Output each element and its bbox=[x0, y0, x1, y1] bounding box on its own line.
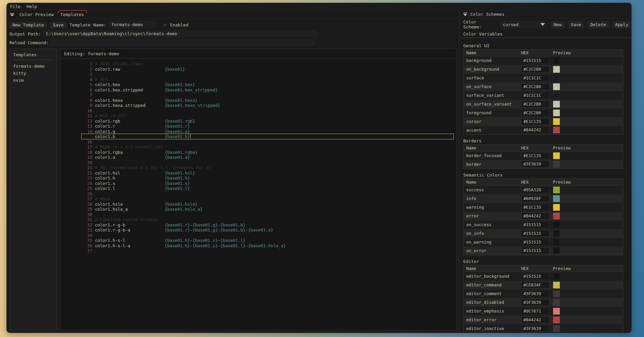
color-swatch[interactable] bbox=[553, 230, 560, 237]
hex-input[interactable]: #151515 bbox=[521, 239, 549, 246]
editor-line[interactable]: 11# RGB (0-255) bbox=[60, 113, 457, 119]
editor-line[interactable]: 31# Combined custom formats bbox=[60, 217, 457, 222]
editor-line[interactable]: 19color1.a{base01.a} bbox=[60, 155, 457, 160]
save-template-button[interactable]: Save bbox=[50, 21, 66, 28]
editor-line[interactable]: 13color1.r{base01.r} bbox=[60, 124, 457, 129]
editor-line[interactable]: 1# BASE COLORS (raw) bbox=[60, 61, 457, 67]
editor-line[interactable]: 17# RGBA (A = 0-1 normalized) bbox=[60, 144, 457, 150]
editor-line[interactable]: 28color1.hsla{base01.hsla} bbox=[60, 202, 457, 207]
color-swatch[interactable] bbox=[553, 195, 560, 202]
template-list-item[interactable]: kitty bbox=[13, 70, 53, 77]
hex-input[interactable]: #151515 bbox=[521, 230, 549, 237]
editor-line[interactable]: 12color1.rgb{base01.rgb} bbox=[60, 119, 457, 124]
editor-line[interactable]: 16 bbox=[60, 139, 457, 145]
editor-code-area[interactable]: 1# BASE COLORS (raw)2color1.raw{base01}3… bbox=[60, 61, 457, 254]
collapse-panel-icon[interactable] bbox=[10, 13, 14, 16]
editor-line[interactable]: 14color1.g{base01.g} bbox=[60, 129, 457, 134]
new-template-button[interactable]: New Template bbox=[9, 21, 47, 28]
color-swatch[interactable] bbox=[553, 290, 560, 297]
editor-line[interactable]: 30 bbox=[60, 212, 457, 217]
hex-input[interactable]: #DC7671 bbox=[521, 308, 549, 315]
color-swatch[interactable] bbox=[553, 66, 560, 73]
hex-input[interactable]: #C2C2B0 bbox=[521, 110, 549, 116]
color-swatch[interactable] bbox=[553, 101, 560, 108]
hex-input[interactable]: #3F3639 bbox=[521, 325, 549, 332]
hex-input[interactable]: #95A328 bbox=[521, 187, 549, 193]
hex-input[interactable]: #B44242 bbox=[521, 317, 549, 323]
editor-line[interactable]: 33color1.r-g-b-a{base01.r}-{base01.g}-{b… bbox=[60, 227, 457, 233]
hex-input[interactable]: #CEB34F bbox=[521, 282, 549, 288]
reload-command-input[interactable] bbox=[50, 39, 315, 46]
tab-templates[interactable]: Templates bbox=[59, 11, 85, 18]
color-swatch[interactable] bbox=[553, 118, 560, 125]
color-scheme-dropdown[interactable]: cursed bbox=[500, 20, 548, 28]
new-scheme-button[interactable]: New bbox=[551, 21, 565, 28]
editor-line[interactable]: 26 bbox=[60, 191, 457, 197]
tab-color-preview[interactable]: Color Preview bbox=[18, 11, 55, 18]
color-swatch[interactable] bbox=[553, 75, 560, 81]
editor-line[interactable]: 23color1.h{base01.h} bbox=[60, 176, 457, 181]
template-list-item[interactable]: formats-demo bbox=[13, 63, 53, 70]
color-swatch[interactable] bbox=[553, 282, 560, 288]
save-scheme-button[interactable]: Save bbox=[568, 21, 584, 28]
editor-line[interactable]: 25color1.l{base01.l} bbox=[60, 186, 457, 191]
editor-line[interactable]: 20 bbox=[60, 160, 457, 165]
hex-input[interactable]: #1C1C1C bbox=[521, 92, 549, 99]
hex-input[interactable]: #151515 bbox=[521, 247, 549, 254]
editor-line[interactable]: 35color1.h-s-l{base01.h}-{base01.s}-{bas… bbox=[60, 238, 457, 243]
output-path-input[interactable]: C:\Users\user\AppData\Roaming\clrsync\fo… bbox=[43, 30, 317, 38]
color-swatch[interactable] bbox=[553, 83, 560, 90]
editor-line[interactable]: 18color1.rgba{base01.rgba} bbox=[60, 150, 457, 155]
editor-line[interactable]: 32color1.r-g-b{base01.r}-{base01.g}-{bas… bbox=[60, 222, 457, 228]
editor-line[interactable]: 4# HEX bbox=[60, 77, 457, 82]
editor-line[interactable]: 36color1.h-s-l-a{base01.h}-{base01.s}-{b… bbox=[60, 243, 457, 249]
hex-input[interactable]: #3F3639 bbox=[521, 290, 549, 297]
menu-file[interactable]: File bbox=[10, 4, 20, 9]
hex-input[interactable]: #60928F bbox=[521, 195, 549, 202]
color-swatch[interactable] bbox=[553, 152, 560, 159]
hex-input[interactable]: #E1C135 bbox=[521, 152, 549, 159]
color-swatch[interactable] bbox=[553, 187, 560, 193]
editor-line[interactable]: 8color1.hexa{base01.hexa} bbox=[60, 98, 457, 103]
color-swatch[interactable] bbox=[553, 247, 560, 254]
color-swatch[interactable] bbox=[553, 273, 560, 280]
hex-input[interactable]: #151515 bbox=[521, 273, 549, 280]
color-swatch[interactable] bbox=[553, 317, 560, 323]
editor-line[interactable]: 22color1.hsl{base01.hsl} bbox=[60, 171, 457, 176]
hex-input[interactable]: #B44242 bbox=[521, 127, 549, 133]
editor-line[interactable]: 7 bbox=[60, 92, 457, 98]
hex-input[interactable]: #1C1C1C bbox=[521, 75, 549, 81]
hex-input[interactable]: #B44242 bbox=[521, 213, 549, 219]
editor-line[interactable]: 24color1.s{base01.s} bbox=[60, 181, 457, 186]
menu-help[interactable]: Help bbox=[26, 4, 37, 9]
hex-input[interactable]: #3F3639 bbox=[521, 299, 549, 306]
template-name-input[interactable]: formats-demo bbox=[109, 21, 156, 28]
color-swatch[interactable] bbox=[553, 204, 560, 211]
color-swatch[interactable] bbox=[553, 92, 560, 99]
hex-input[interactable]: #C2C2B0 bbox=[521, 101, 549, 108]
hex-input[interactable]: #C2C2B0 bbox=[521, 83, 549, 90]
delete-scheme-button[interactable]: Delete bbox=[587, 21, 609, 28]
color-swatch[interactable] bbox=[553, 299, 560, 306]
enabled-checkbox[interactable]: ✔ bbox=[164, 22, 167, 28]
hex-input[interactable]: #E1C135 bbox=[521, 118, 549, 125]
color-swatch[interactable] bbox=[553, 213, 560, 219]
editor-line[interactable]: 2color1.raw{base01} bbox=[60, 67, 457, 72]
editor-line[interactable]: 27# HSLA bbox=[60, 196, 457, 202]
color-swatch[interactable] bbox=[553, 127, 560, 133]
hex-input[interactable]: #C2C2B0 bbox=[521, 66, 549, 73]
editor-line[interactable]: 37 bbox=[60, 248, 457, 254]
hex-input[interactable]: #3F3639 bbox=[521, 161, 549, 167]
editor-line[interactable]: 10 bbox=[60, 108, 457, 114]
color-swatch[interactable] bbox=[553, 57, 560, 64]
editor-current-line[interactable]: 15color1.b{base01.b} bbox=[60, 134, 457, 139]
hex-input[interactable]: #151515 bbox=[521, 221, 549, 228]
collapse-panel-icon[interactable] bbox=[463, 13, 467, 16]
editor-line[interactable]: 5color1.hex{base01.hex} bbox=[60, 82, 457, 87]
editor-line[interactable]: 29color1.hsla_a{base01.hsla_a} bbox=[60, 207, 457, 212]
editor-line[interactable]: 3 bbox=[60, 72, 457, 77]
template-list-item[interactable]: nvim bbox=[13, 77, 53, 84]
editor-line[interactable]: 6color1.hex.stripped{base01.hex_stripped… bbox=[60, 87, 457, 93]
color-swatch[interactable] bbox=[553, 161, 560, 167]
editor-line[interactable]: 9color1.hexa.stripped{base01.hexa_stripp… bbox=[60, 103, 457, 108]
